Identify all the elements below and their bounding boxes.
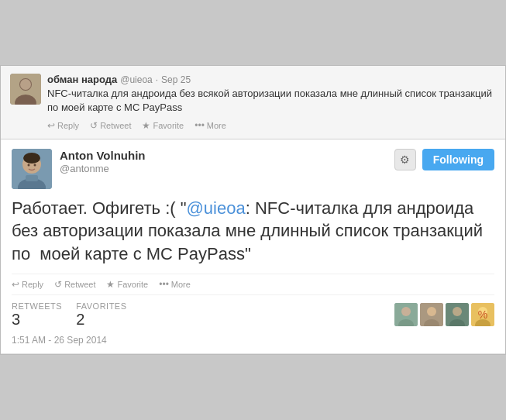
reply-icon: ↩ — [47, 120, 55, 131]
first-tweet-username: обман народа — [47, 74, 117, 85]
main-reply-icon: ↩ — [12, 279, 19, 290]
main-tweet-actions: ↩ Reply ↺ Retweet ★ Favorite ••• More — [12, 274, 494, 295]
main-retweet-label: Retweet — [64, 280, 95, 289]
first-more-label: More — [207, 121, 226, 130]
first-tweet: обман народа @uieoa · Sep 25 NFC-читалка… — [1, 66, 505, 139]
main-favorite-icon: ★ — [106, 279, 115, 290]
first-tweet-dot: · — [156, 74, 158, 85]
gear-icon: ⚙ — [400, 153, 410, 166]
first-favorite-action[interactable]: ★ Favorite — [142, 120, 184, 131]
svg-point-20 — [453, 307, 462, 316]
main-more-action[interactable]: ••• More — [159, 279, 191, 290]
first-favorite-label: Favorite — [153, 121, 184, 130]
stats-row: RETWEETS 3 FAVORITES 2 — [12, 301, 494, 329]
first-tweet-actions: ↩ Reply ↺ Retweet ★ Favorite ••• More — [47, 120, 496, 131]
svg-text:%: % — [478, 308, 487, 321]
main-retweet-icon: ↺ — [54, 279, 62, 290]
main-tweet-user-info: Anton Volnuhin @antonme — [60, 149, 394, 174]
tweet-mention[interactable]: @uieoa — [187, 198, 246, 218]
favorites-stat: FAVORITES 2 — [76, 301, 126, 329]
svg-rect-10 — [26, 175, 38, 181]
first-reply-action[interactable]: ↩ Reply — [47, 120, 79, 131]
main-reply-action[interactable]: ↩ Reply — [12, 279, 43, 290]
main-favorite-action[interactable]: ★ Favorite — [106, 279, 148, 290]
main-tweet: Anton Volnuhin @antonme ⚙ Following Рабо… — [1, 139, 505, 354]
retweets-stat: RETWEETS 3 — [12, 301, 62, 329]
timestamp: 1:51 AM - 26 Sep 2014 — [12, 335, 494, 346]
favorite-icon: ★ — [142, 120, 150, 131]
first-tweet-date: Sep 25 — [161, 74, 191, 85]
more-icon: ••• — [194, 120, 205, 131]
svg-point-12 — [34, 164, 36, 166]
svg-point-14 — [401, 307, 411, 316]
tweet-container: обман народа @uieoa · Sep 25 NFC-читалка… — [0, 65, 506, 354]
first-tweet-meta: обман народа @uieoa · Sep 25 — [47, 74, 496, 85]
favorites-label: FAVORITES — [76, 301, 126, 311]
retweeter-avatar-3 — [446, 303, 469, 326]
main-tweet-handle: @antonme — [60, 163, 394, 174]
svg-point-17 — [427, 307, 436, 316]
main-tweet-header: Anton Volnuhin @antonme ⚙ Following — [12, 149, 494, 189]
main-retweet-action[interactable]: ↺ Retweet — [54, 279, 95, 290]
retweeter-avatar-2 — [420, 303, 443, 326]
first-tweet-text: NFC-читалка для андроида без всякой авто… — [47, 87, 496, 115]
gear-button[interactable]: ⚙ — [394, 149, 416, 170]
retweets-label: RETWEETS — [12, 301, 62, 311]
first-reply-label: Reply — [57, 121, 79, 130]
main-tweet-text: Работает. Офигеть :( "@uieoa: NFC-читалк… — [12, 197, 494, 266]
avatar-first — [10, 74, 41, 105]
main-more-label: More — [171, 280, 191, 289]
favorites-count: 2 — [76, 311, 126, 329]
main-favorite-label: Favorite — [117, 280, 148, 289]
main-more-icon: ••• — [159, 279, 169, 290]
first-tweet-content: обман народа @uieoa · Sep 25 NFC-читалка… — [47, 74, 496, 130]
svg-point-4 — [20, 79, 31, 90]
main-tweet-avatar — [12, 149, 52, 189]
first-retweet-label: Retweet — [100, 121, 131, 130]
retweeter-avatar-4: % — [471, 303, 494, 326]
tweet-text-before: Работает. Офигеть :( " — [12, 198, 187, 218]
following-button[interactable]: Following — [422, 149, 494, 170]
first-tweet-handle: @uieoa — [120, 74, 153, 85]
svg-point-8 — [23, 153, 40, 164]
first-retweet-action[interactable]: ↺ Retweet — [90, 120, 131, 131]
first-more-action[interactable]: ••• More — [194, 120, 226, 131]
main-reply-label: Reply — [22, 280, 43, 289]
main-tweet-header-right: ⚙ Following — [394, 149, 494, 170]
main-tweet-username: Anton Volnuhin — [60, 149, 394, 163]
retweeters-avatars: % — [394, 303, 494, 326]
retweets-count: 3 — [12, 311, 62, 329]
retweeter-avatar-1 — [394, 303, 418, 326]
svg-point-11 — [28, 164, 30, 166]
retweet-icon: ↺ — [90, 120, 98, 131]
